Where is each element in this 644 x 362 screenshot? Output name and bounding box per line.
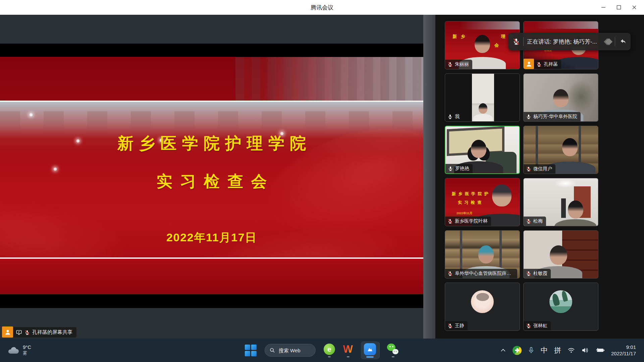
participant-tile[interactable]: 新 乡 医 学 院 护实 习 检 查2022年11月 新乡医学院叶林: [445, 178, 520, 226]
search-input[interactable]: [278, 347, 312, 354]
ime-layout-indicator[interactable]: 拼: [554, 346, 561, 355]
wifi-icon[interactable]: [568, 347, 575, 353]
share-pill-text: 孔祥菡的屏幕共享: [32, 329, 72, 336]
participant-name-tag: 王静: [445, 321, 468, 330]
shared-screen-canvas: 新乡医学院护理学院 实习检查会 2022年11月17日: [0, 44, 423, 308]
meeting-stage: 新乡医学院护理学院 实习检查会 2022年11月17日: [0, 15, 644, 339]
ime-mode-indicator[interactable]: 中: [541, 346, 548, 355]
mic-icon: [447, 62, 453, 67]
participant-tile[interactable]: 王静: [445, 283, 520, 331]
participant-name-tag: 杨巧芳-华中阜外医院: [524, 112, 581, 121]
participant-name-row: 杨巧芳-华中阜外医院: [524, 112, 581, 121]
participant-name: 王静: [455, 323, 464, 329]
tray-microphone-icon[interactable]: [528, 346, 534, 354]
participant-name: 罗艳艳: [455, 166, 469, 172]
slide-sparkle: [54, 168, 57, 171]
active-app-indicator: [366, 356, 374, 358]
running-indicator: [346, 356, 349, 357]
participant-name-row: 朱丽丽: [445, 60, 472, 69]
slide-date: 2022年11月17日: [0, 230, 423, 245]
participant-name: 杜敏霞: [533, 270, 547, 277]
toast-reply-icon[interactable]: [619, 38, 627, 46]
participant-name: 张林虹: [533, 323, 547, 329]
participant-name-row: 张林虹: [524, 321, 551, 330]
participant-name-row: 王静: [445, 321, 468, 330]
participant-name-tag: 杜敏霞: [524, 269, 551, 278]
participant-tile[interactable]: 杜敏霞: [523, 230, 598, 279]
sharer-badge: [2, 326, 13, 338]
maximize-icon: [616, 4, 622, 10]
participant-name: 杨巧芳-华中阜外医院: [533, 114, 577, 120]
360-safety-icon[interactable]: [513, 346, 522, 355]
participant-tile[interactable]: 阜外华中心血管病医院薛海...: [445, 230, 520, 279]
mic-icon: [526, 166, 531, 172]
minimize-button[interactable]: [596, 0, 611, 15]
taskbar: 9°C 雾 e W: [0, 339, 644, 362]
screen-share-icon: [16, 329, 22, 336]
participant-name-row: 罗艳艳: [445, 164, 473, 173]
start-button[interactable]: [245, 345, 257, 356]
screen-share-indicator: 孔祥菡的屏幕共享: [2, 326, 76, 338]
toast-divider: [615, 37, 615, 46]
tray-expand-chevron-icon[interactable]: [500, 348, 506, 353]
participant-tile[interactable]: 杨巧芳-华中阜外医院: [523, 73, 598, 122]
close-icon: [631, 4, 637, 10]
mic-icon: [536, 62, 542, 67]
participant-name-tag: 松梅: [524, 217, 546, 226]
participant-name-row: 新乡医学院叶林: [445, 217, 491, 226]
mic-icon: [526, 219, 531, 224]
participant-name: 孔祥菡: [544, 61, 558, 67]
person-icon: [4, 329, 11, 336]
participant-tile[interactable]: 我: [445, 73, 520, 122]
participant-name-row: 微信用户: [524, 164, 555, 174]
window-controls: [596, 0, 642, 15]
battery-charging-icon[interactable]: [596, 347, 605, 353]
slide-building-photo: [235, 57, 423, 101]
participants-sidebar: 新 乡理 学会 朱丽丽 2022: [435, 15, 644, 339]
slide-bottom-band: [0, 259, 423, 294]
participant-tile[interactable]: 微信用户: [523, 126, 598, 174]
participant-tile[interactable]: 罗艳艳: [445, 126, 520, 174]
weather-text: 9°C 雾: [23, 344, 31, 356]
tile-scene-text: 新 乡 医 学 院 护: [452, 191, 489, 197]
tile-scene-text: 新 乡: [452, 34, 467, 40]
participant-name: 微信用户: [533, 166, 552, 172]
participant-name: 新乡医学院叶林: [455, 218, 488, 224]
taskbar-app-wechat[interactable]: [387, 344, 399, 357]
tencent-meeting-icon: [364, 343, 376, 355]
window-titlebar: 腾讯会议: [0, 0, 644, 15]
participant-tile[interactable]: 张林虹: [523, 283, 598, 331]
speaking-toast: 正在讲话: 罗艳艳; 杨巧芳-...: [508, 33, 631, 50]
participant-name-tag: 罗艳艳: [445, 164, 473, 173]
window-title: 腾讯会议: [311, 4, 333, 11]
participant-tile[interactable]: 松梅: [523, 178, 598, 226]
taskbar-app-tencent-meeting[interactable]: [361, 341, 379, 359]
toast-expand-button[interactable]: [605, 39, 611, 44]
taskbar-app-browser-360[interactable]: e: [324, 344, 335, 357]
mic-icon: [447, 114, 453, 119]
minimize-icon: [600, 4, 606, 10]
volume-icon[interactable]: [581, 347, 589, 354]
taskbar-clock[interactable]: 9:01 2022/11/17: [611, 344, 636, 357]
wps-office-icon: W: [343, 344, 353, 355]
mic-icon: [526, 114, 531, 119]
tile-scene-text: 会: [494, 42, 500, 48]
taskbar-app-wps-office[interactable]: W: [343, 344, 353, 357]
panel-resize-handle[interactable]: [423, 15, 435, 339]
taskbar-weather-widget[interactable]: 9°C 雾: [7, 344, 31, 356]
participant-grid: 新 乡理 学会 朱丽丽 2022: [445, 21, 598, 331]
mic-muted-icon: [513, 38, 520, 45]
maximize-button[interactable]: [611, 0, 627, 15]
mic-icon: [448, 166, 453, 171]
wechat-icon: [387, 344, 399, 355]
participant-name: 我: [455, 114, 460, 120]
tile-scene-text: 实 习 检 查: [458, 200, 482, 205]
search-icon: [270, 348, 275, 353]
toast-divider: [523, 37, 524, 46]
meeting-logo-icon: [366, 345, 374, 353]
participant-name: 松梅: [533, 218, 543, 224]
taskbar-search[interactable]: [265, 344, 316, 357]
participant-name-row: 我: [445, 112, 463, 121]
mic-icon: [526, 271, 531, 276]
close-button[interactable]: [627, 0, 642, 15]
